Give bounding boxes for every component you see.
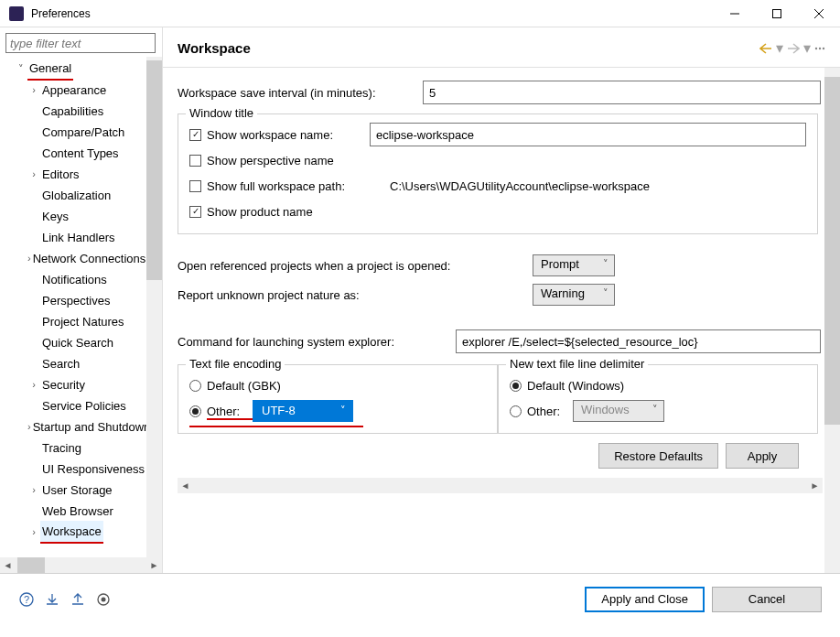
tree-item[interactable]: ›Security [2, 374, 146, 395]
chevron-right-icon[interactable]: › [27, 480, 40, 501]
tree-item[interactable]: Compare/Patch [2, 122, 146, 143]
encoding-default-label: Default (GBK) [207, 379, 281, 393]
text-encoding-title: Text file encoding [186, 357, 285, 371]
tree-item[interactable]: ›Startup and Shutdown [2, 416, 146, 437]
tree-item[interactable]: Web Browser [2, 501, 146, 522]
open-referenced-label: Open referenced projects when a project … [178, 259, 533, 273]
tree-item-label: Link Handlers [40, 227, 117, 248]
back-dropdown-icon[interactable]: ▾ [776, 39, 783, 57]
line-delimiter-group: New text file line delimiter Default (Wi… [498, 364, 818, 434]
export-icon[interactable] [70, 591, 86, 608]
restore-defaults-button[interactable]: Restore Defaults [598, 443, 718, 469]
app-icon [9, 6, 24, 21]
tree-item[interactable]: Project Natures [2, 311, 146, 332]
cmd-explorer-input[interactable] [456, 329, 821, 353]
tree-item[interactable]: Service Policies [2, 395, 146, 416]
svg-point-4 [815, 47, 817, 49]
tree-item[interactable]: Link Handlers [2, 227, 146, 248]
delimiter-other-radio[interactable] [510, 405, 522, 417]
delimiter-other-label: Other: [527, 405, 573, 418]
tree-item[interactable]: ›Appearance [2, 80, 146, 101]
report-nature-select[interactable]: Warning [533, 284, 615, 306]
apply-and-close-button[interactable]: Apply and Close [585, 587, 705, 612]
tree-item[interactable]: ›User Storage [2, 480, 146, 501]
content-scrollbar-horizontal[interactable]: ◄► [178, 478, 823, 493]
sidebar: ˅General›AppearanceCapabilitiesCompare/P… [0, 27, 163, 573]
tree-item[interactable]: Globalization [2, 185, 146, 206]
tree-item[interactable]: Keys [2, 206, 146, 227]
oomph-record-icon[interactable] [95, 591, 112, 608]
encoding-other-radio[interactable] [189, 405, 201, 417]
tree-item[interactable]: Notifications [2, 269, 146, 290]
tree-item-label: Appearance [40, 80, 108, 101]
chevron-right-icon[interactable]: › [27, 374, 40, 395]
help-icon[interactable]: ? [18, 591, 35, 608]
tree-item[interactable]: Capabilities [2, 101, 146, 122]
delimiter-other-select[interactable]: Windows [573, 400, 664, 422]
show-workspace-name-label: Show workspace name: [207, 128, 370, 142]
tree-item[interactable]: Tracing [2, 437, 146, 459]
tree-item-label: Keys [40, 206, 70, 227]
encoding-other-select[interactable]: UTF-8 [253, 400, 353, 422]
view-menu-icon[interactable] [814, 43, 825, 54]
report-nature-label: Report unknown project nature as: [178, 288, 533, 302]
minimize-button[interactable] [714, 0, 756, 27]
chevron-right-icon[interactable]: › [27, 80, 40, 101]
tree-item[interactable]: Quick Search [2, 332, 146, 353]
show-product-name-label: Show product name [207, 205, 313, 219]
chevron-right-icon[interactable]: › [27, 164, 40, 185]
filter-input[interactable] [5, 33, 156, 53]
tree-item-label: Workspace [40, 521, 103, 544]
tree-item[interactable]: Content Types [2, 143, 146, 164]
forward-icon[interactable] [787, 43, 800, 54]
tree-item-label: Service Policies [40, 395, 128, 416]
tree-item-label: Capabilities [40, 101, 105, 122]
tree-item[interactable]: ›Workspace [2, 522, 146, 543]
tree-item-label: Tracing [40, 437, 83, 459]
tree-item-label: Notifications [40, 269, 109, 290]
text-encoding-group: Text file encoding Default (GBK) Other: … [178, 364, 498, 434]
preference-tree[interactable]: ˅General›AppearanceCapabilitiesCompare/P… [0, 57, 146, 557]
show-perspective-name-checkbox[interactable] [189, 155, 201, 167]
tree-item-label: Search [40, 353, 81, 374]
open-referenced-select[interactable]: Prompt [533, 254, 615, 276]
forward-dropdown-icon[interactable]: ▾ [803, 39, 811, 57]
full-workspace-path-value: C:\Users\WDAGUtilityAccount\eclipse-work… [390, 179, 650, 193]
encoding-default-radio[interactable] [189, 380, 201, 392]
tree-scrollbar-vertical[interactable] [146, 57, 162, 557]
show-workspace-name-checkbox[interactable] [189, 129, 201, 141]
import-icon[interactable] [44, 591, 60, 608]
tree-item[interactable]: Search [2, 353, 146, 374]
back-icon[interactable] [759, 43, 772, 54]
tree-item[interactable]: ›Editors [2, 164, 146, 185]
content-pane: Workspace ▾ ▾ Workspace save interval (i… [163, 27, 840, 573]
tree-scrollbar-horizontal[interactable]: ◄► [0, 557, 162, 573]
svg-point-5 [819, 47, 821, 49]
svg-rect-1 [773, 9, 781, 17]
tree-item-label: UI Responsiveness [40, 459, 146, 480]
svg-text:?: ? [24, 594, 29, 605]
close-button[interactable] [798, 0, 840, 27]
tree-item-label: Project Natures [40, 311, 126, 332]
show-full-path-checkbox[interactable] [189, 180, 201, 192]
show-product-name-checkbox[interactable] [189, 206, 201, 218]
tree-item-label: Globalization [40, 185, 113, 206]
tree-item[interactable]: ›Network Connections [2, 248, 146, 269]
delimiter-default-radio[interactable] [510, 380, 522, 392]
footer: ? Apply and Close Cancel [0, 573, 840, 624]
chevron-down-icon[interactable]: ˅ [15, 59, 27, 80]
delimiter-default-label: Default (Windows) [527, 379, 624, 393]
save-interval-input[interactable] [423, 81, 821, 104]
tree-item[interactable]: ˅General [2, 59, 146, 80]
cancel-button[interactable]: Cancel [712, 587, 822, 612]
maximize-button[interactable] [756, 0, 798, 27]
line-delimiter-title: New text file line delimiter [506, 357, 648, 371]
workspace-name-input[interactable] [370, 123, 806, 146]
chevron-right-icon[interactable]: › [27, 522, 40, 543]
tree-item[interactable]: UI Responsiveness [2, 459, 146, 480]
apply-button[interactable]: Apply [726, 443, 799, 469]
tree-item[interactable]: Perspectives [2, 290, 146, 311]
svg-point-6 [823, 47, 824, 49]
content-scrollbar-vertical[interactable] [824, 68, 840, 573]
show-full-path-label: Show full workspace path: [207, 179, 390, 193]
